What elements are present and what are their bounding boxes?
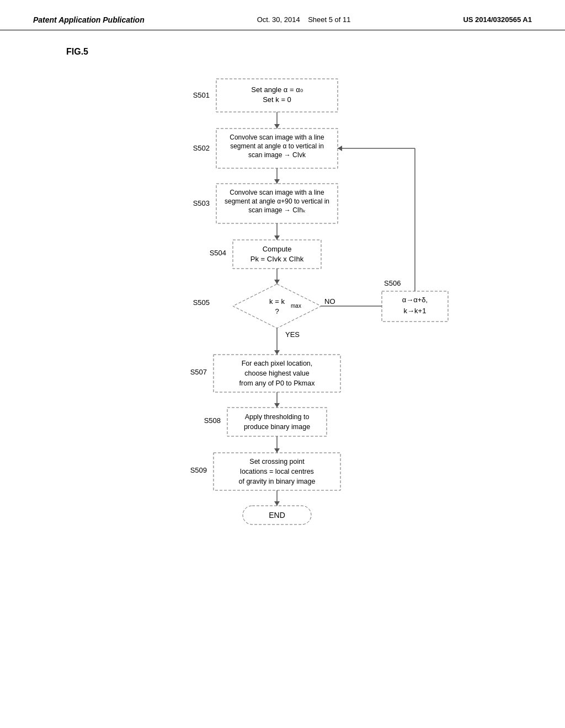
- svg-text:S503: S503: [193, 199, 210, 207]
- svg-text:locations = local centres: locations = local centres: [240, 468, 314, 475]
- svg-text:S505: S505: [193, 298, 210, 307]
- publication-date-sheet: Oct. 30, 2014 Sheet 5 of 11: [257, 15, 351, 24]
- svg-text:α→α+δ,: α→α+δ,: [402, 296, 428, 304]
- svg-text:Set crossing point: Set crossing point: [249, 458, 305, 465]
- svg-text:scan image → CIhₖ: scan image → CIhₖ: [248, 206, 306, 214]
- flowchart: Set angle α = α₀ Set k = 0 S501 Convolve…: [89, 73, 476, 652]
- svg-marker-19: [274, 235, 280, 240]
- svg-marker-12: [274, 179, 280, 184]
- svg-text:?: ?: [275, 307, 279, 315]
- svg-rect-50: [227, 408, 327, 436]
- svg-text:S509: S509: [190, 466, 207, 474]
- svg-text:S507: S507: [190, 368, 207, 376]
- svg-text:k→k+1: k→k+1: [404, 307, 427, 315]
- svg-text:of gravity in binary image: of gravity in binary image: [239, 478, 316, 485]
- svg-text:END: END: [269, 511, 285, 520]
- svg-text:Convolve scan image with a lin: Convolve scan image with a line: [230, 133, 324, 141]
- svg-text:max: max: [291, 303, 301, 309]
- svg-marker-55: [274, 448, 280, 453]
- svg-text:choose highest value: choose highest value: [244, 370, 309, 377]
- page-header: Patent Application Publication Oct. 30, …: [0, 0, 565, 30]
- patent-number: US 2014/0320565 A1: [463, 15, 532, 24]
- svg-marker-62: [274, 501, 280, 506]
- svg-text:segment at angle α to vertical: segment at angle α to vertical in: [230, 142, 324, 150]
- svg-text:scan image → CIvk: scan image → CIvk: [248, 151, 306, 159]
- figure-title: FIG.5: [66, 47, 88, 57]
- svg-text:For each pixel location,: For each pixel location,: [242, 360, 313, 367]
- svg-text:segment at angle α+90 to verti: segment at angle α+90 to vertical in: [225, 197, 329, 205]
- svg-rect-20: [233, 240, 321, 269]
- svg-text:S504: S504: [210, 249, 226, 257]
- sheet-info: Sheet 5 of 11: [308, 15, 350, 24]
- main-content: FIG.5 Set angle α = α₀ Set k = 0 S501 Co…: [0, 36, 565, 663]
- svg-text:from any of P0 to Pkmax: from any of P0 to Pkmax: [239, 379, 316, 387]
- publication-date: Oct. 30, 2014: [257, 15, 300, 24]
- svg-text:S502: S502: [193, 144, 210, 152]
- svg-marker-49: [274, 403, 280, 408]
- svg-text:k = k: k = k: [269, 297, 285, 306]
- svg-text:YES: YES: [285, 330, 300, 339]
- svg-text:Convolve scan image with a lin: Convolve scan image with a line: [230, 189, 324, 196]
- svg-text:Set k = 0: Set k = 0: [263, 95, 291, 104]
- svg-marker-26: [233, 284, 321, 328]
- svg-text:S501: S501: [193, 91, 210, 99]
- svg-text:S506: S506: [384, 279, 401, 287]
- svg-text:S508: S508: [204, 416, 221, 425]
- svg-marker-42: [274, 350, 280, 355]
- publication-title: Patent Application Publication: [33, 15, 145, 24]
- svg-text:produce binary image: produce binary image: [244, 423, 310, 431]
- svg-text:Pk = CIvk x CIhk: Pk = CIvk x CIhk: [250, 255, 304, 263]
- svg-marker-25: [274, 280, 280, 284]
- svg-marker-39: [338, 146, 342, 151]
- svg-marker-5: [274, 124, 280, 129]
- svg-text:NO: NO: [324, 297, 335, 306]
- svg-text:Apply thresholding to: Apply thresholding to: [245, 413, 310, 421]
- svg-text:Set angle α = α₀: Set angle α = α₀: [251, 85, 302, 94]
- svg-text:Compute: Compute: [263, 245, 292, 253]
